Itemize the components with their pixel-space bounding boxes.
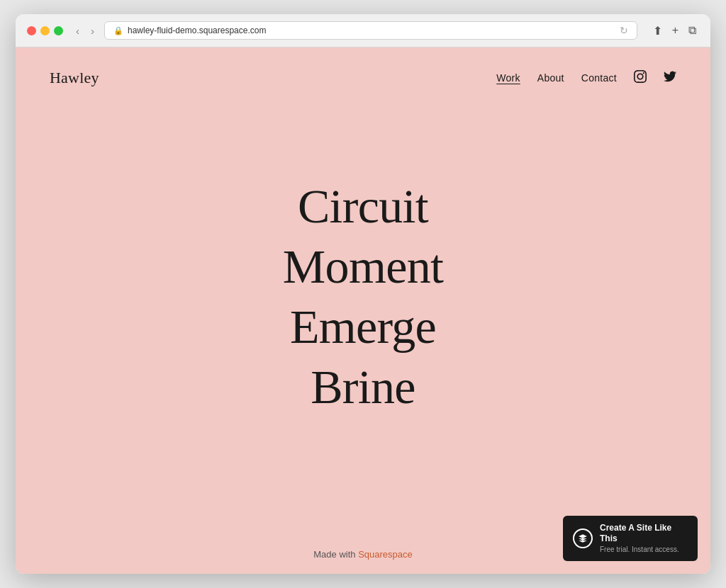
squarespace-badge[interactable]: Create A Site Like This Free trial. Inst…: [563, 516, 698, 561]
lock-icon: 🔒: [113, 26, 123, 35]
copy-button[interactable]: ⧉: [686, 23, 699, 38]
badge-main-text: Create A Site Like This: [600, 523, 688, 545]
address-bar[interactable]: 🔒 hawley-fluid-demo.squarespace.com ↻: [104, 21, 637, 40]
squarespace-link[interactable]: Squarespace: [358, 549, 413, 560]
forward-button[interactable]: ›: [88, 24, 97, 38]
site-logo[interactable]: Hawley: [50, 69, 99, 87]
close-button[interactable]: [27, 26, 36, 35]
maximize-button[interactable]: [54, 26, 63, 35]
website-content: Hawley Work About Contact: [16, 47, 710, 574]
twitter-icon[interactable]: [664, 70, 676, 86]
new-tab-button[interactable]: +: [669, 23, 681, 38]
project-item-2[interactable]: Emerge: [290, 297, 436, 357]
browser-chrome: ‹ › 🔒 hawley-fluid-demo.squarespace.com …: [16, 14, 710, 47]
site-nav: Work About Contact: [496, 70, 676, 86]
badge-icon: [573, 528, 593, 548]
project-list: Circuit Moment Emerge Brine: [283, 176, 443, 417]
nav-about[interactable]: About: [537, 72, 564, 84]
instagram-icon[interactable]: [634, 70, 647, 86]
footer-prefix: Made with: [313, 549, 358, 560]
browser-window: ‹ › 🔒 hawley-fluid-demo.squarespace.com …: [16, 14, 710, 574]
minimize-button[interactable]: [40, 26, 50, 35]
nav-work[interactable]: Work: [496, 72, 520, 84]
share-button[interactable]: ⬆: [650, 23, 665, 39]
nav-contact[interactable]: Contact: [581, 72, 617, 84]
traffic-lights: [27, 26, 63, 35]
site-header: Hawley Work About Contact: [16, 47, 710, 101]
site-main: Circuit Moment Emerge Brine: [16, 101, 710, 535]
project-item-3[interactable]: Brine: [311, 357, 415, 417]
reload-icon[interactable]: ↻: [620, 25, 628, 36]
project-item-1[interactable]: Moment: [283, 237, 443, 297]
badge-sub-text: Free trial. Instant access.: [600, 545, 688, 554]
badge-text: Create A Site Like This Free trial. Inst…: [600, 523, 688, 554]
project-item-0[interactable]: Circuit: [298, 176, 428, 237]
browser-controls: ‹ ›: [73, 24, 97, 38]
url-text: hawley-fluid-demo.squarespace.com: [128, 26, 266, 35]
back-button[interactable]: ‹: [73, 24, 82, 38]
browser-actions: ⬆ + ⧉: [650, 23, 699, 39]
